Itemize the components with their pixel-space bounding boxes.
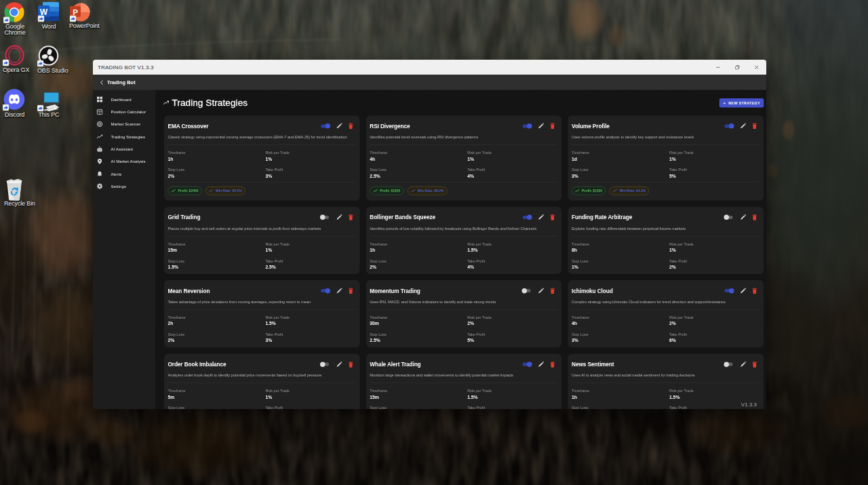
svg-text:P: P [73,8,78,16]
svg-text:W: W [40,7,48,17]
